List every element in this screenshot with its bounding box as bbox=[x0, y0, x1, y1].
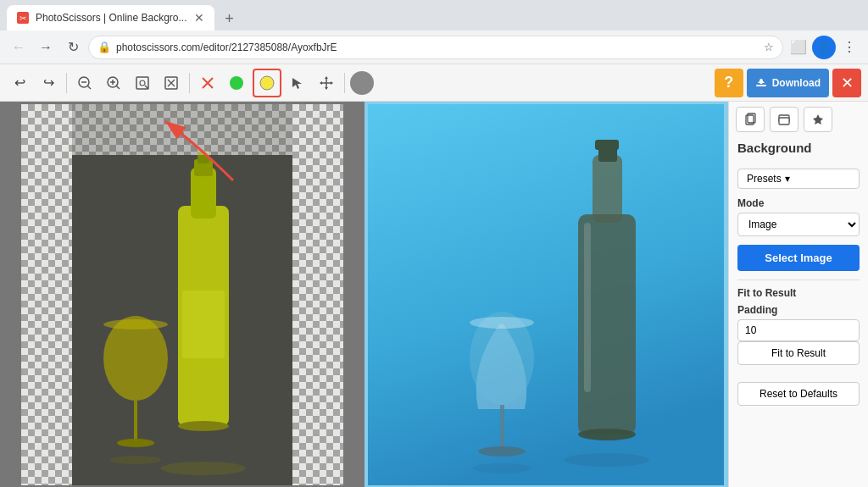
cursor-button[interactable] bbox=[285, 70, 310, 96]
svg-point-42 bbox=[110, 456, 161, 464]
result-image-svg bbox=[368, 104, 724, 485]
svg-line-6 bbox=[116, 86, 120, 89]
svg-rect-24 bbox=[756, 85, 766, 86]
svg-rect-63 bbox=[779, 118, 789, 125]
svg-rect-47 bbox=[368, 104, 724, 485]
presets-label: Presets bbox=[747, 173, 782, 185]
svg-point-41 bbox=[161, 462, 246, 475]
svg-point-40 bbox=[103, 319, 168, 329]
tab-favicon: ✂ bbox=[17, 12, 29, 24]
svg-point-8 bbox=[140, 80, 145, 86]
active-tab[interactable]: ✂ PhotoScissors | Online Backgro... ✕ bbox=[7, 5, 214, 30]
secure-icon: 🔒 bbox=[97, 41, 111, 54]
nav-right-buttons: ⬜ 👤 ⋮ bbox=[787, 36, 861, 59]
result-canvas bbox=[368, 104, 724, 485]
zoom-fit-icon bbox=[135, 75, 150, 91]
padding-input[interactable] bbox=[737, 319, 860, 341]
download-button[interactable]: Select Image Download bbox=[747, 69, 829, 97]
svg-marker-23 bbox=[331, 81, 333, 85]
zoom-reset-icon bbox=[164, 75, 179, 91]
copy-icon bbox=[743, 113, 757, 126]
fit-to-result-button[interactable]: Fit to Result bbox=[737, 341, 860, 365]
separator-2 bbox=[189, 73, 190, 93]
svg-rect-48 bbox=[593, 155, 622, 223]
svg-rect-52 bbox=[584, 223, 591, 392]
svg-rect-45 bbox=[72, 104, 292, 155]
menu-button[interactable]: ⋮ bbox=[837, 36, 861, 59]
tab-bar: ✂ PhotoScissors | Online Backgro... ✕ + bbox=[0, 0, 868, 30]
svg-point-58 bbox=[565, 453, 649, 467]
background-title: Background bbox=[737, 141, 860, 155]
zoom-fit-button[interactable] bbox=[130, 70, 155, 96]
address-bar[interactable]: 🔒 photoscissors.com/editor/2127385088/Ay… bbox=[88, 36, 783, 59]
original-image-svg bbox=[21, 104, 343, 485]
toolbar-right-actions: ? Select Image Download ✕ bbox=[715, 69, 861, 97]
zoom-in-button[interactable] bbox=[101, 70, 126, 96]
svg-marker-17 bbox=[292, 78, 302, 89]
help-button[interactable]: ? bbox=[715, 69, 743, 97]
forward-button[interactable]: → bbox=[34, 36, 58, 59]
zoom-out-button[interactable] bbox=[72, 70, 97, 96]
reload-button[interactable]: ↻ bbox=[61, 36, 85, 59]
favicon-icon: ✂ bbox=[19, 14, 26, 23]
presets-button[interactable]: Presets ▾ bbox=[737, 169, 860, 189]
back-button[interactable]: ← bbox=[7, 36, 31, 59]
fit-to-result-section: Fit to Result Padding Fit to Result bbox=[737, 279, 860, 365]
keep-tool-button[interactable] bbox=[224, 70, 249, 96]
bookmark-icon[interactable]: ☆ bbox=[764, 41, 774, 53]
svg-rect-38 bbox=[134, 401, 137, 443]
tab-title: PhotoScissors | Online Backgro... bbox=[36, 12, 187, 24]
move-icon bbox=[319, 75, 334, 91]
reset-to-defaults-button[interactable]: Reset to Defaults bbox=[737, 382, 860, 406]
move-button[interactable] bbox=[314, 70, 339, 96]
svg-rect-56 bbox=[500, 405, 504, 451]
svg-marker-20 bbox=[325, 76, 328, 79]
svg-marker-21 bbox=[325, 87, 328, 90]
original-canvas bbox=[21, 104, 343, 485]
svg-point-15 bbox=[230, 76, 243, 90]
svg-point-55 bbox=[470, 317, 534, 329]
close-editor-button[interactable]: ✕ bbox=[832, 69, 861, 97]
undo-button[interactable]: ↩ bbox=[7, 70, 32, 96]
svg-point-16 bbox=[260, 76, 274, 90]
panel-tab-star[interactable] bbox=[804, 107, 832, 132]
address-text: photoscissors.com/editor/2127385088/Ayox… bbox=[116, 42, 760, 53]
tab-close-button[interactable]: ✕ bbox=[194, 11, 204, 25]
select-image-button[interactable]: Select Image bbox=[737, 245, 860, 271]
cursor-icon bbox=[291, 76, 304, 90]
extensions-button[interactable]: ⬜ bbox=[787, 36, 810, 59]
svg-marker-64 bbox=[813, 114, 823, 125]
main-area: Background Presets ▾ Mode Image Color Tr… bbox=[0, 102, 868, 487]
remove-tool-icon bbox=[259, 75, 275, 91]
mode-field: Mode Image Color Transparent bbox=[737, 197, 860, 236]
redo-button[interactable]: ↪ bbox=[36, 70, 61, 96]
star-icon bbox=[811, 113, 825, 126]
svg-point-57 bbox=[478, 446, 526, 457]
panel-body: Background Presets ▾ Mode Image Color Tr… bbox=[729, 132, 868, 414]
padding-label: Padding bbox=[737, 304, 860, 316]
svg-point-59 bbox=[472, 463, 531, 473]
svg-rect-44 bbox=[292, 104, 343, 485]
highlighted-tool-wrapper bbox=[253, 69, 281, 97]
original-panel bbox=[0, 102, 364, 487]
app-content: ↩ ↪ bbox=[0, 64, 868, 487]
color-picker[interactable] bbox=[350, 71, 374, 95]
profile-button[interactable]: 👤 bbox=[812, 36, 836, 59]
svg-point-39 bbox=[117, 439, 154, 447]
svg-rect-36 bbox=[182, 291, 225, 358]
panel-tab-copy[interactable] bbox=[736, 107, 765, 132]
remove-tool-button[interactable] bbox=[256, 72, 278, 94]
eraser-button[interactable] bbox=[195, 70, 220, 96]
mode-select[interactable]: Image Color Transparent bbox=[737, 213, 860, 236]
zoom-reset-button[interactable] bbox=[159, 70, 184, 96]
new-tab-button[interactable]: + bbox=[218, 7, 242, 30]
zoom-in-icon bbox=[106, 75, 121, 91]
panel-tab-layers[interactable] bbox=[770, 107, 798, 132]
keep-tool-icon bbox=[228, 75, 245, 91]
download-icon bbox=[755, 77, 767, 89]
layers-icon bbox=[777, 113, 791, 126]
nav-bar: ← → ↻ 🔒 photoscissors.com/editor/2127385… bbox=[0, 30, 868, 64]
zoom-out-icon bbox=[77, 75, 92, 91]
separator-3 bbox=[344, 73, 345, 93]
svg-line-2 bbox=[87, 86, 91, 89]
